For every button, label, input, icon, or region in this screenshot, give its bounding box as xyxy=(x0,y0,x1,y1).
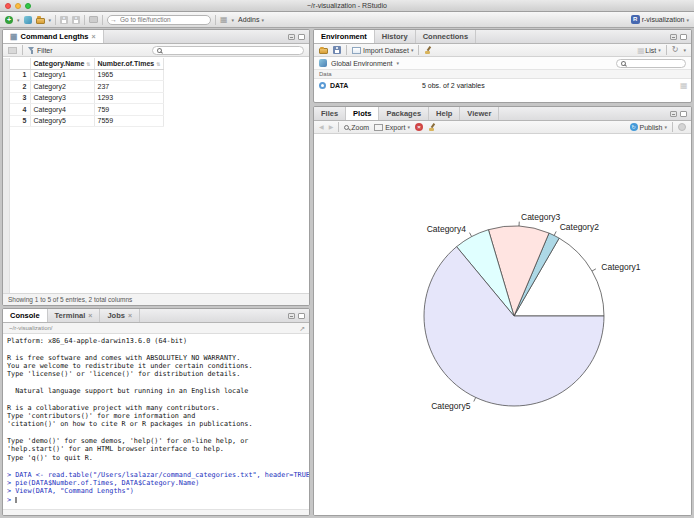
console-line: > View(DATA, "Command Lengths") xyxy=(7,487,309,495)
filter-button[interactable]: Filter xyxy=(28,47,53,54)
console-line: > xyxy=(7,496,309,504)
pie-label: Category4 xyxy=(427,224,466,234)
console-output[interactable]: Platform: x86_64-apple-darwin13.6.0 (64-… xyxy=(3,335,309,509)
zoom-plot-button[interactable]: Zoom xyxy=(344,124,369,131)
column-header[interactable]: Number.of.Times xyxy=(94,58,164,69)
tab-help[interactable]: Help xyxy=(429,107,460,120)
new-project-icon[interactable] xyxy=(24,16,32,24)
view-object-icon[interactable] xyxy=(680,82,686,88)
pane-layout-icon[interactable] xyxy=(220,16,228,24)
table-search-input[interactable] xyxy=(164,47,299,54)
table-row[interactable]: 5Category57559 xyxy=(10,115,164,127)
zoom-window-button[interactable] xyxy=(25,3,31,9)
tab-console[interactable]: Console xyxy=(3,309,48,322)
load-workspace-icon[interactable] xyxy=(319,48,328,54)
console-tabbar: Console Terminal Jobs xyxy=(3,309,309,323)
minimize-window-button[interactable] xyxy=(15,3,21,9)
maximize-pane-icon[interactable] xyxy=(680,34,687,40)
save-workspace-icon[interactable] xyxy=(333,46,341,54)
save-all-icon[interactable] xyxy=(72,16,80,24)
table-header-row: Category.Name Number.of.Times xyxy=(10,58,164,69)
publish-button[interactable]: Publish xyxy=(630,123,667,131)
tab-label: Command Lengths xyxy=(21,32,89,41)
source-tabbar: Command Lengths xyxy=(3,30,309,44)
export-label: Export xyxy=(385,124,405,131)
minimize-pane-icon[interactable] xyxy=(288,34,295,40)
table-row[interactable]: 3Category31293 xyxy=(10,92,164,104)
tab-command-lengths[interactable]: Command Lengths xyxy=(3,30,104,43)
edit-table-icon[interactable] xyxy=(8,47,17,54)
export-icon xyxy=(374,124,383,131)
table-row[interactable]: 1Category11965 xyxy=(10,69,164,81)
addins-button[interactable]: Addins xyxy=(238,16,264,23)
goto-file-input[interactable] xyxy=(107,15,211,25)
tab-viewer[interactable]: Viewer xyxy=(460,107,499,120)
console-line xyxy=(7,345,309,353)
environment-object-row[interactable]: DATA 5 obs. of 2 variables xyxy=(314,79,691,91)
minimize-pane-icon[interactable] xyxy=(288,313,295,319)
maximize-pane-icon[interactable] xyxy=(298,34,305,40)
search-icon xyxy=(157,48,162,53)
filter-icon xyxy=(28,47,35,54)
console-line: Natural language support but running in … xyxy=(7,387,309,395)
minimize-pane-icon[interactable] xyxy=(670,111,677,117)
toolbar-separator xyxy=(672,122,673,132)
table-row[interactable]: 2Category2237 xyxy=(10,81,164,93)
tab-terminal[interactable]: Terminal xyxy=(48,309,101,322)
export-plot-button[interactable]: Export xyxy=(374,124,410,131)
close-tab-icon[interactable] xyxy=(91,33,95,40)
maximize-pane-icon[interactable] xyxy=(298,313,305,319)
table-status-text: Showing 1 to 5 of 5 entries, 2 total col… xyxy=(3,293,309,305)
table-row[interactable]: 4Category4759 xyxy=(10,104,164,116)
refresh-environment-icon[interactable] xyxy=(672,46,679,54)
close-tab-icon[interactable] xyxy=(128,312,132,319)
plots-tabbar: Files Plots Packages Help Viewer xyxy=(314,107,691,121)
row-number-header[interactable] xyxy=(10,58,30,69)
tab-environment[interactable]: Environment xyxy=(314,30,375,43)
environment-section-header: Data xyxy=(314,70,691,79)
clear-plots-icon[interactable] xyxy=(428,123,436,131)
save-icon[interactable] xyxy=(60,16,68,24)
filter-label: Filter xyxy=(37,47,53,54)
console-line: Type 'demo()' for some demos, 'help()' f… xyxy=(7,437,309,445)
maximize-pane-icon[interactable] xyxy=(680,111,687,117)
print-icon[interactable] xyxy=(89,16,98,23)
table-cell: 1293 xyxy=(94,92,164,104)
tab-history[interactable]: History xyxy=(375,30,416,43)
table-cell: 7559 xyxy=(94,115,164,127)
table-cell: 4 xyxy=(10,104,30,116)
clear-workspace-icon[interactable] xyxy=(424,46,432,54)
tab-jobs[interactable]: Jobs xyxy=(100,309,140,322)
source-pane: Command Lengths Filter Category.Nam xyxy=(2,29,310,306)
tab-packages[interactable]: Packages xyxy=(379,107,429,120)
tab-label: Help xyxy=(436,109,452,118)
close-window-button[interactable] xyxy=(5,3,11,9)
new-file-icon[interactable] xyxy=(5,16,13,24)
table-cell: 3 xyxy=(10,92,30,104)
refresh-plot-icon[interactable] xyxy=(678,123,686,131)
popout-console-icon[interactable] xyxy=(299,325,305,332)
close-tab-icon[interactable] xyxy=(88,312,92,319)
toolbar-separator xyxy=(666,45,667,55)
open-file-icon[interactable] xyxy=(36,18,45,24)
column-header[interactable]: Category.Name xyxy=(30,58,94,69)
minimize-pane-icon[interactable] xyxy=(670,34,677,40)
console-line: Platform: x86_64-apple-darwin13.6.0 (64-… xyxy=(7,337,309,345)
tab-connections[interactable]: Connections xyxy=(416,30,476,43)
pie-label: Category5 xyxy=(431,401,470,411)
project-menu-button[interactable]: r-visualization xyxy=(631,15,689,24)
list-view-label: List xyxy=(645,47,656,54)
toolbar-separator xyxy=(346,45,347,55)
global-environment-label[interactable]: Global Environment xyxy=(331,60,392,67)
console-scrollbar[interactable] xyxy=(3,509,309,515)
import-dataset-button[interactable]: Import Dataset xyxy=(352,47,413,54)
table-cell: 759 xyxy=(94,104,164,116)
tab-files[interactable]: Files xyxy=(314,107,346,120)
tab-plots[interactable]: Plots xyxy=(346,107,379,120)
list-view-button[interactable]: List xyxy=(637,47,660,54)
goto-file-box xyxy=(107,15,211,25)
remove-plot-icon[interactable] xyxy=(415,123,423,131)
data-table-body: 1Category119652Category22373Category3129… xyxy=(10,69,164,127)
table-cell: Category2 xyxy=(30,81,94,93)
environment-search-input[interactable] xyxy=(628,60,681,67)
